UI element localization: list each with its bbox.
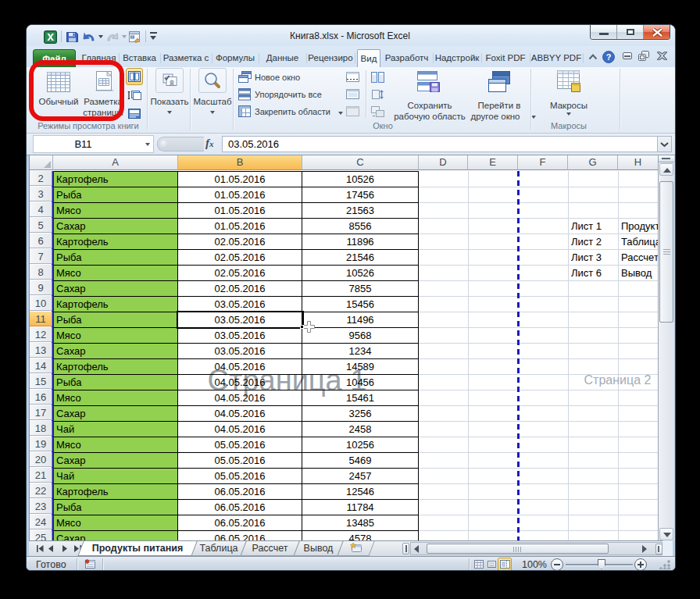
svg-text:?: ? (606, 52, 612, 62)
